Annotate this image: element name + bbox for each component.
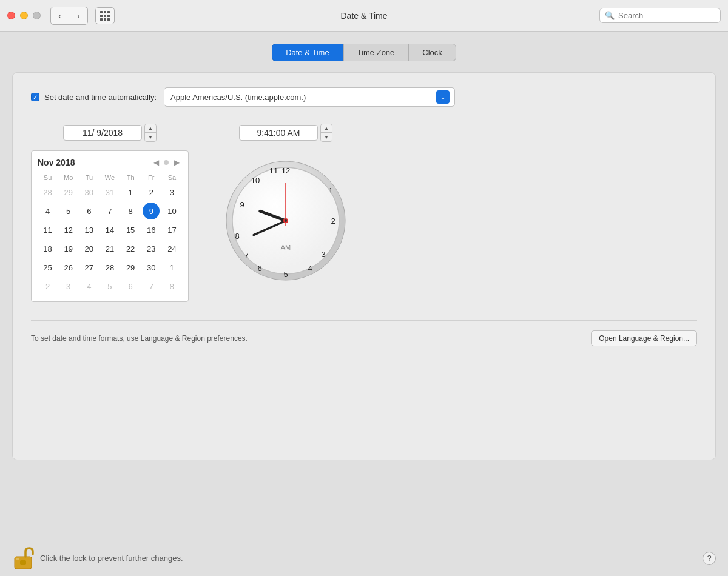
calendar-day[interactable]: 1 <box>122 184 139 201</box>
close-button[interactable] <box>7 12 15 19</box>
date-input[interactable]: 11/ 9/2018 <box>63 125 142 141</box>
calendar-day[interactable]: 7 <box>101 203 118 219</box>
calendar-day[interactable]: 22 <box>122 240 139 257</box>
calendar-day-header: Sa <box>162 173 182 183</box>
calendar-day[interactable]: 15 <box>122 221 139 238</box>
calendar-day[interactable]: 26 <box>60 259 77 276</box>
calendar-nav: ◀ ▶ <box>150 157 182 168</box>
calendar-day[interactable]: 6 <box>81 203 98 219</box>
datetime-area: 11/ 9/2018 ▲ ▼ Nov 2018 ◀ ▶ <box>31 124 697 302</box>
calendar-day[interactable]: 9 <box>143 203 160 219</box>
svg-rect-21 <box>20 560 26 565</box>
clock-face: 12 1 2 3 4 5 6 7 8 9 10 11 AM <box>225 160 346 281</box>
lock-icon[interactable] <box>12 546 34 571</box>
time-stepper-down[interactable]: ▼ <box>321 133 332 141</box>
tab-time-zone[interactable]: Time Zone <box>343 44 409 61</box>
calendar-day-header: Su <box>38 173 58 183</box>
auto-set-row: ✓ Set date and time automatically: Apple… <box>31 87 697 107</box>
lock-text: Click the lock to prevent further change… <box>40 554 183 563</box>
calendar-day[interactable]: 6 <box>122 278 139 295</box>
svg-point-19 <box>285 219 287 222</box>
calendar-day[interactable]: 11 <box>39 221 56 238</box>
time-stepper-up[interactable]: ▲ <box>321 124 332 133</box>
calendar-day[interactable]: 29 <box>122 259 139 276</box>
grid-view-button[interactable] <box>95 7 115 24</box>
svg-rect-22 <box>16 558 19 560</box>
window-title: Date & Time <box>340 11 387 21</box>
svg-text:5: 5 <box>283 270 288 279</box>
auto-set-checkbox[interactable]: ✓ <box>31 93 39 101</box>
calendar-day[interactable]: 3 <box>163 184 180 201</box>
tab-date-time[interactable]: Date & Time <box>272 44 343 61</box>
svg-text:7: 7 <box>244 251 248 260</box>
svg-text:12: 12 <box>281 166 290 175</box>
minimize-button[interactable] <box>20 12 28 19</box>
calendar-day[interactable]: 8 <box>163 278 180 295</box>
calendar-day[interactable]: 19 <box>60 240 77 257</box>
calendar-day[interactable]: 1 <box>163 259 180 276</box>
svg-text:11: 11 <box>269 166 278 175</box>
calendar-day[interactable]: 27 <box>81 259 98 276</box>
open-region-button[interactable]: Open Language & Region... <box>591 330 697 346</box>
calendar-day-header: Tu <box>79 173 99 183</box>
calendar-day[interactable]: 29 <box>60 184 77 201</box>
search-box[interactable]: 🔍 <box>599 8 721 23</box>
date-stepper[interactable]: ▲ ▼ <box>144 124 157 142</box>
calendar-day[interactable]: 4 <box>39 203 56 219</box>
help-button[interactable]: ? <box>703 552 716 565</box>
calendar-day[interactable]: 16 <box>143 221 160 238</box>
time-stepper[interactable]: ▲ ▼ <box>320 124 332 142</box>
calendar-day[interactable]: 2 <box>39 278 56 295</box>
calendar-day[interactable]: 18 <box>39 240 56 257</box>
calendar-day[interactable]: 5 <box>60 203 77 219</box>
back-button[interactable]: ‹ <box>51 7 69 24</box>
svg-text:8: 8 <box>235 232 239 241</box>
calendar-day[interactable]: 3 <box>60 278 77 295</box>
time-input-row: 9:41:00 AM ▲ ▼ <box>239 124 332 142</box>
bottom-info: To set date and time formats, use Langua… <box>31 320 697 346</box>
calendar-day[interactable]: 7 <box>143 278 160 295</box>
calendar-day[interactable]: 13 <box>81 221 98 238</box>
navigation-buttons: ‹ › <box>50 7 88 25</box>
svg-text:1: 1 <box>328 186 332 195</box>
tab-bar: Date & Time Time Zone Clock <box>12 44 716 61</box>
calendar-day[interactable]: 12 <box>60 221 77 238</box>
calendar-day[interactable]: 17 <box>163 221 180 238</box>
calendar-day[interactable]: 24 <box>163 240 180 257</box>
grid-icon <box>100 11 110 21</box>
maximize-button[interactable] <box>33 12 41 19</box>
calendar-day[interactable]: 25 <box>39 259 56 276</box>
forward-button[interactable]: › <box>69 7 87 24</box>
traffic-lights <box>7 12 41 19</box>
svg-text:9: 9 <box>240 200 244 209</box>
auto-set-label: Set date and time automatically: <box>44 93 157 102</box>
calendar-day[interactable]: 20 <box>81 240 98 257</box>
tab-clock[interactable]: Clock <box>408 44 456 61</box>
calendar-next-button[interactable]: ▶ <box>171 157 182 168</box>
svg-text:2: 2 <box>331 216 335 226</box>
calendar-day[interactable]: 21 <box>101 240 118 257</box>
calendar-day[interactable]: 28 <box>101 259 118 276</box>
calendar-day[interactable]: 2 <box>143 184 160 201</box>
date-stepper-down[interactable]: ▼ <box>145 133 156 141</box>
search-input[interactable] <box>618 11 715 20</box>
svg-text:4: 4 <box>308 264 312 273</box>
calendar-day[interactable]: 4 <box>81 278 98 295</box>
calendar-day[interactable]: 31 <box>101 184 118 201</box>
calendar-day[interactable]: 8 <box>122 203 139 219</box>
calendar-day[interactable]: 30 <box>143 259 160 276</box>
calendar-day[interactable]: 14 <box>101 221 118 238</box>
server-value: Apple Americas/U.S. (time.apple.com.) <box>170 93 431 102</box>
calendar-day[interactable]: 10 <box>163 203 180 219</box>
svg-text:3: 3 <box>321 250 325 259</box>
auto-set-checkbox-wrapper[interactable]: ✓ Set date and time automatically: <box>31 93 157 102</box>
svg-text:10: 10 <box>251 176 260 185</box>
calendar-day[interactable]: 28 <box>39 184 56 201</box>
calendar-day[interactable]: 5 <box>101 278 118 295</box>
calendar-day[interactable]: 30 <box>81 184 98 201</box>
server-dropdown[interactable]: Apple Americas/U.S. (time.apple.com.) ⌄ <box>164 87 455 107</box>
calendar-day[interactable]: 23 <box>143 240 160 257</box>
date-stepper-up[interactable]: ▲ <box>145 124 156 133</box>
time-input[interactable]: 9:41:00 AM <box>239 125 318 141</box>
calendar-prev-button[interactable]: ◀ <box>150 157 161 168</box>
